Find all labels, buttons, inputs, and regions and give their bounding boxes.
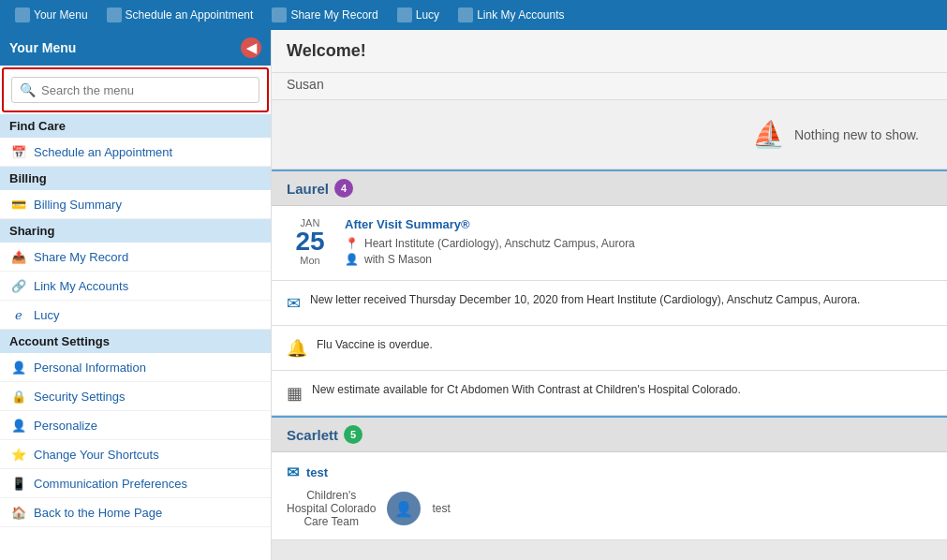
menu-item-change-shortcuts[interactable]: ⭐ Change Your Shortcuts	[0, 440, 271, 469]
menu-item-communication-prefs[interactable]: 📱 Communication Preferences	[0, 469, 271, 498]
top-header: Your Menu Schedule an Appointment Share …	[0, 0, 947, 30]
star-icon: ⭐	[11, 447, 26, 462]
menu-item-personal-info[interactable]: 👤 Personal Information	[0, 353, 271, 382]
main-layout: Your Menu ◀ 🔍 Find Care 📅 Schedule an Ap…	[0, 30, 947, 560]
menu-icon	[15, 7, 30, 22]
search-container: 🔍	[2, 67, 269, 112]
record-title: After Visit Summary®	[345, 217, 932, 231]
search-box: 🔍	[11, 77, 259, 103]
message-preview: test	[432, 502, 450, 515]
notification-text-letter: New letter received Thursday December 10…	[310, 292, 860, 308]
record-day: 25	[287, 228, 333, 255]
menu-item-home-page[interactable]: 🏠 Back to the Home Page	[0, 498, 271, 527]
search-icon: 🔍	[20, 82, 36, 97]
menu-item-personalize[interactable]: 👤 Personalize	[0, 411, 271, 440]
message-title: ✉ test	[287, 464, 932, 481]
billing-icon: 💳	[11, 197, 26, 212]
lucy-icon: ℯ	[11, 307, 26, 322]
share-icon	[272, 7, 287, 22]
menu-item-link-accounts[interactable]: 🔗 Link My Accounts	[0, 272, 271, 301]
person-icon: 👤	[11, 360, 26, 375]
patient-name-laurel: Laurel	[287, 181, 329, 197]
sidebar-header: Your Menu ◀	[0, 30, 271, 66]
nav-item-your-menu[interactable]: Your Menu	[7, 4, 96, 26]
patient-section-laurel: Laurel 4 Jan 25 Mon After Visit Summary®…	[272, 169, 947, 416]
welcome-username: Susan	[272, 73, 947, 100]
nav-item-link-accounts[interactable]: Link My Accounts	[451, 4, 571, 26]
nav-item-schedule[interactable]: Schedule an Appointment	[99, 4, 261, 26]
menu-item-schedule-appointment[interactable]: 📅 Schedule an Appointment	[0, 138, 271, 167]
estimate-icon: ▦	[287, 383, 303, 404]
section-find-care: Find Care	[0, 114, 271, 138]
notification-estimate: ▦ New estimate available for Ct Abdomen …	[272, 371, 947, 416]
home-icon: 🏠	[11, 505, 26, 520]
record-provider: 👤 with S Mason	[345, 253, 932, 266]
message-participants: Children'sHospital ColoradoCare Team 👤 t…	[287, 489, 932, 528]
notification-letter: ✉ New letter received Thursday December …	[272, 281, 947, 326]
link-icon: 🔗	[11, 278, 26, 293]
notification-flu: 🔔 Flu Vaccine is overdue.	[272, 326, 947, 371]
content-area: Welcome! Susan ⛵ Nothing new to show. La…	[272, 30, 947, 560]
alert-icon: 🔔	[287, 338, 307, 359]
menu-item-security-settings[interactable]: 🔒 Security Settings	[0, 382, 271, 411]
notification-text-estimate: New estimate available for Ct Abdomen Wi…	[312, 382, 741, 398]
avatar: 👤	[387, 492, 421, 525]
sender-info: Children'sHospital ColoradoCare Team	[287, 489, 376, 528]
message-card-test: ✉ test Children'sHospital ColoradoCare T…	[272, 452, 947, 540]
patient-header-scarlett: Scarlett 5	[272, 416, 947, 452]
section-sharing: Sharing	[0, 219, 271, 243]
share-icon: 📤	[11, 249, 26, 264]
record-card-after-visit: Jan 25 Mon After Visit Summary® 📍 Heart …	[272, 206, 947, 281]
menu-item-share-record[interactable]: 📤 Share My Record	[0, 243, 271, 272]
patient-name-scarlett: Scarlett	[287, 427, 338, 443]
section-account-settings: Account Settings	[0, 330, 271, 353]
welcome-heading: Welcome!	[272, 30, 947, 73]
menu-item-lucy[interactable]: ℯ Lucy	[0, 301, 271, 330]
section-billing: Billing	[0, 167, 271, 190]
phone-icon: 📱	[11, 476, 26, 491]
no-new-text: Nothing new to show.	[794, 127, 919, 142]
search-input[interactable]	[41, 83, 251, 97]
patient-badge-laurel: 4	[334, 179, 353, 198]
nav-item-share-record[interactable]: Share My Record	[264, 4, 385, 26]
link-icon	[458, 7, 473, 22]
patient-section-scarlett: Scarlett 5 ✉ test Children'sHospital Col…	[272, 416, 947, 540]
record-date: Jan 25 Mon	[287, 217, 333, 269]
record-dayname: Mon	[287, 255, 333, 266]
notification-text-flu: Flu Vaccine is overdue.	[317, 337, 433, 353]
calendar-icon: 📅	[11, 144, 26, 159]
record-info: After Visit Summary® 📍 Heart Institute (…	[345, 217, 932, 269]
personalize-icon: 👤	[11, 418, 26, 433]
top-navigation: Your Menu Schedule an Appointment Share …	[7, 4, 572, 26]
boat-icon: ⛵	[752, 119, 785, 150]
location-icon: 📍	[345, 237, 359, 250]
no-new-section: ⛵ Nothing new to show.	[272, 100, 947, 169]
nav-item-lucy[interactable]: Lucy	[390, 4, 447, 26]
sender-name: Children'sHospital ColoradoCare Team	[287, 489, 376, 528]
message-icon: ✉	[287, 464, 299, 481]
patient-badge-scarlett: 5	[344, 425, 363, 444]
menu-item-billing-summary[interactable]: 💳 Billing Summary	[0, 190, 271, 219]
sidebar: Your Menu ◀ 🔍 Find Care 📅 Schedule an Ap…	[0, 30, 272, 560]
provider-icon: 👤	[345, 253, 359, 266]
record-location: 📍 Heart Institute (Cardiology), Anschutz…	[345, 237, 932, 250]
security-icon: 🔒	[11, 389, 26, 404]
patient-header-laurel: Laurel 4	[272, 169, 947, 206]
letter-icon: ✉	[287, 293, 301, 314]
back-button[interactable]: ◀	[241, 37, 261, 58]
lucy-icon	[397, 7, 412, 22]
calendar-icon	[107, 7, 122, 22]
sidebar-title: Your Menu	[9, 40, 76, 55]
